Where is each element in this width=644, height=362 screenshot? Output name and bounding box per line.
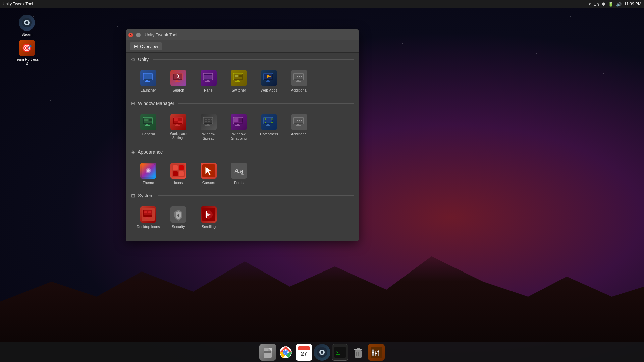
- webapps-icon: [261, 70, 277, 86]
- switcher-item[interactable]: Switcher: [224, 67, 253, 95]
- window-manager-icon: ⊟: [131, 101, 135, 106]
- svg-rect-57: [211, 119, 213, 120]
- system-section-header: ⊞ System: [131, 193, 354, 200]
- launcher-icon: [140, 70, 156, 86]
- svg-rect-40: [145, 125, 150, 126]
- top-bar-left: Unity Tweak Tool: [3, 2, 33, 6]
- grid-icon: ⊞: [134, 44, 138, 49]
- dock-steam[interactable]: [314, 344, 330, 361]
- svg-rect-88: [179, 171, 184, 176]
- svg-rect-4: [144, 74, 152, 79]
- scrolling-item[interactable]: Scrolling: [194, 204, 223, 232]
- window-min-button[interactable]: [136, 33, 141, 37]
- svg-rect-45: [176, 124, 178, 125]
- svg-rect-7: [143, 74, 144, 80]
- panel-label: Panel: [204, 88, 213, 93]
- battery-icon[interactable]: 🔋: [608, 2, 613, 7]
- dock: 27 $_: [0, 342, 644, 362]
- keyboard-icon[interactable]: En: [594, 2, 599, 7]
- desktop-icons-item[interactable]: Desktop Icons: [134, 204, 163, 232]
- additional1-item[interactable]: Additional: [285, 67, 314, 95]
- desktop-icon-steam[interactable]: Steam: [13, 13, 40, 38]
- appearance-section-title: Appearance: [138, 149, 163, 155]
- general-item[interactable]: General: [134, 111, 163, 143]
- svg-rect-139: [377, 351, 379, 352]
- launcher-item[interactable]: Launcher: [134, 67, 163, 95]
- security-item[interactable]: Security: [164, 204, 193, 232]
- svg-rect-68: [267, 124, 269, 125]
- theme-item[interactable]: Theme: [134, 160, 163, 188]
- svg-rect-5: [146, 80, 148, 81]
- bluetooth-icon[interactable]: ✱: [602, 2, 605, 7]
- svg-text:Bb: Bb: [239, 172, 244, 176]
- overview-button[interactable]: ⊞ Overview: [130, 42, 162, 50]
- webapps-item[interactable]: Web Apps: [255, 67, 283, 95]
- window-manager-section: ⊟ Window Manager: [131, 101, 354, 143]
- svg-rect-138: [375, 353, 377, 354]
- svg-rect-46: [175, 125, 180, 126]
- svg-rect-41: [144, 119, 148, 121]
- unity-icon: ⊙: [131, 57, 135, 62]
- hotcorners-item[interactable]: Hotcorners: [255, 111, 283, 143]
- svg-rect-126: [336, 354, 340, 355]
- panel-icon: [201, 70, 217, 86]
- svg-rect-28: [266, 81, 270, 82]
- volume-icon[interactable]: 🔊: [616, 2, 622, 7]
- search-icon: [170, 70, 186, 86]
- desktop-icon-tf2[interactable]: 🎯 Team Fortress 2: [13, 39, 40, 67]
- svg-rect-101: [148, 211, 151, 213]
- svg-rect-99: [145, 218, 150, 219]
- svg-rect-21: [237, 80, 239, 81]
- dock-files[interactable]: [259, 344, 276, 361]
- appearance-icons-grid: Theme Icons: [131, 160, 354, 188]
- window-spread-item[interactable]: Window Spread: [194, 111, 223, 143]
- appearance-icon: ◈: [131, 149, 135, 155]
- svg-rect-23: [235, 75, 238, 77]
- cursors-label: Cursors: [202, 181, 215, 185]
- icons-icon: [170, 163, 186, 179]
- dock-calendar[interactable]: 27: [296, 344, 312, 361]
- switcher-label: Switcher: [232, 88, 246, 93]
- svg-rect-110: [264, 351, 271, 352]
- scrolling-icon: [201, 206, 217, 223]
- svg-rect-18: [205, 81, 210, 82]
- svg-rect-62: [237, 124, 239, 125]
- workspace-settings-item[interactable]: Workspace Settings: [164, 111, 193, 143]
- svg-rect-104: [178, 215, 179, 217]
- window-snapping-item[interactable]: Window Snapping: [224, 111, 253, 143]
- svg-point-78: [297, 120, 298, 121]
- svg-rect-47: [174, 118, 178, 121]
- svg-rect-63: [235, 125, 240, 126]
- general-label: General: [142, 132, 155, 136]
- dock-chrome[interactable]: [277, 344, 294, 361]
- steam-icon: [19, 15, 35, 31]
- window-spread-icon: [201, 114, 217, 130]
- window-spread-label: Window Spread: [197, 132, 220, 141]
- dock-mixer[interactable]: [368, 344, 385, 361]
- unity-divider: [153, 59, 354, 60]
- workspace-settings-icon: [170, 114, 186, 130]
- svg-rect-42: [149, 119, 152, 121]
- steam-label: Steam: [21, 32, 32, 36]
- window-close-button[interactable]: ✕: [128, 33, 133, 37]
- additional2-item[interactable]: Additional: [285, 111, 314, 143]
- hotcorners-label: Hotcorners: [260, 132, 278, 136]
- search-item[interactable]: Search: [164, 67, 193, 95]
- cursors-item[interactable]: Cursors: [194, 160, 223, 188]
- dock-trash[interactable]: [350, 344, 367, 361]
- general-icon: [140, 114, 156, 130]
- svg-point-71: [271, 118, 273, 120]
- mountain-bg: [0, 241, 644, 342]
- unity-section-title: Unity: [138, 57, 149, 62]
- icons-item[interactable]: Icons: [164, 160, 193, 188]
- panel-item[interactable]: Panel: [194, 67, 223, 95]
- svg-point-2: [25, 21, 28, 24]
- fonts-label: Fonts: [234, 181, 244, 185]
- svg-rect-64: [234, 118, 238, 122]
- svg-rect-76: [297, 124, 299, 125]
- svg-rect-119: [298, 348, 310, 350]
- dock-terminal[interactable]: $_: [332, 344, 348, 361]
- fonts-item[interactable]: Aa Bb Fonts: [224, 160, 253, 188]
- window-titlebar: ✕ Unity Tweak Tool: [126, 29, 359, 40]
- svg-rect-33: [296, 81, 301, 82]
